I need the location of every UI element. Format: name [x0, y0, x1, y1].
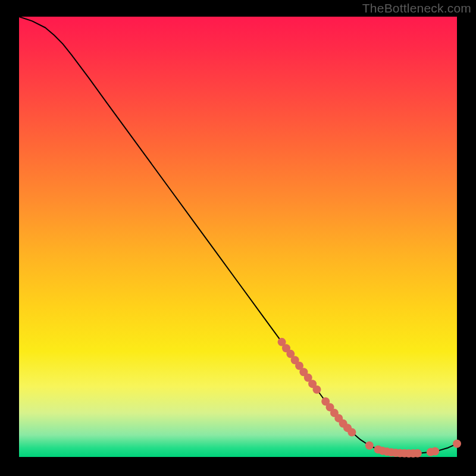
- watermark-text: TheBottleneck.com: [362, 1, 471, 15]
- chart-frame: TheBottleneck.com: [0, 0, 476, 476]
- data-marker: [347, 428, 356, 437]
- data-marker: [312, 386, 321, 394]
- data-marker: [453, 440, 461, 448]
- curve-line: [19, 17, 457, 453]
- data-marker: [431, 447, 439, 456]
- data-marker: [365, 441, 374, 450]
- chart-svg: [19, 17, 457, 457]
- plot-area: [19, 17, 457, 457]
- data-marker: [414, 449, 422, 458]
